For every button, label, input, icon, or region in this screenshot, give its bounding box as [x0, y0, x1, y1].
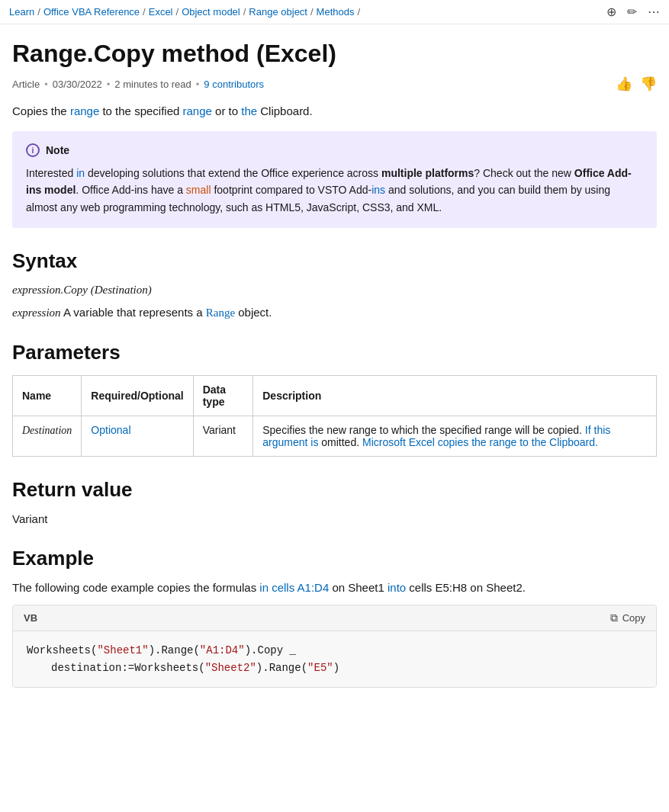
range-link[interactable]: Range [206, 307, 235, 319]
col-name: Name [13, 376, 82, 416]
example-link-into[interactable]: into [388, 581, 406, 594]
breadcrumb-icons: ⊕ ✏ ⋯ [606, 5, 660, 19]
param-description-cell: Specifies the new range to which the spe… [253, 416, 657, 457]
note-header: i Note [26, 143, 643, 157]
note-small-highlight: small [186, 184, 211, 196]
note-title: Note [46, 144, 69, 156]
breadcrumb-range-object[interactable]: Range object [249, 6, 307, 18]
breadcrumb-sep-1: / [37, 6, 40, 18]
code-block-wrapper: VB ⧉ Copy Worksheets("Sheet1").Range("A1… [12, 605, 657, 688]
col-datatype: Data type [193, 376, 253, 416]
meta-type: Article [12, 79, 40, 90]
syntax-expression: expression [12, 284, 61, 296]
parameters-heading: Parameters [12, 341, 657, 364]
param-datatype-cell: Variant [193, 416, 253, 457]
code-block-body: Worksheets("Sheet1").Range("A1:D4").Copy… [13, 631, 656, 687]
expression-end-text: object. [235, 306, 272, 319]
param-name: Destination [22, 425, 72, 436]
article-meta-right: 👍 👎 [616, 75, 657, 92]
expression-static-text: A variable that represents a [61, 306, 206, 319]
meta-dot-1: • [44, 79, 48, 90]
param-desc-link2[interactable]: Microsoft Excel copies the range to the … [362, 436, 598, 448]
article-meta: Article • 03/30/2022 • 2 minutes to read… [12, 75, 657, 92]
add-icon[interactable]: ⊕ [606, 5, 616, 19]
note-bold-2: Office Add-ins model [26, 167, 632, 196]
meta-dot-3: • [196, 79, 200, 90]
note-bold-1: multiple platforms [381, 167, 474, 179]
edit-icon[interactable]: ✏ [627, 5, 637, 19]
example-link-cells[interactable]: in cells A1:D4 [259, 581, 329, 594]
code-line-1: Worksheets("Sheet1").Range("A1:D4").Copy… [27, 644, 296, 656]
note-body: Interested in developing solutions that … [26, 165, 643, 216]
note-in-highlight: in [76, 167, 85, 179]
return-value-text: Variant [12, 512, 657, 525]
copy-icon: ⧉ [610, 611, 618, 624]
meta-read: 2 minutes to read [114, 79, 191, 90]
table-header-row: Name Required/Optional Data type Descrip… [13, 376, 657, 416]
breadcrumb-sep-2: / [143, 6, 146, 18]
code-string-4: "E5" [307, 662, 333, 674]
col-description: Description [253, 376, 657, 416]
breadcrumb-bar: Learn / Office VBA Reference / Excel / O… [0, 0, 669, 24]
desc-link-range1[interactable]: range [70, 104, 99, 117]
breadcrumb-sep-4: / [243, 6, 246, 18]
page-title: Range.Copy method (Excel) [12, 40, 657, 68]
col-required: Required/Optional [82, 376, 193, 416]
breadcrumb-excel[interactable]: Excel [149, 6, 173, 18]
desc-link-range2[interactable]: ran [183, 104, 200, 117]
syntax-heading: Syntax [12, 249, 657, 273]
code-string-2: "A1:D4" [200, 644, 245, 656]
code-block-header: VB ⧉ Copy [13, 605, 656, 631]
note-info-icon: i [26, 143, 40, 157]
expression-description: expression A variable that represents a … [12, 306, 657, 319]
contributors-link[interactable]: 9 contributors [204, 79, 264, 90]
note-ins-highlight: ins [371, 184, 385, 196]
breadcrumb-object-model[interactable]: Object model [182, 6, 240, 18]
example-heading: Example [12, 547, 657, 570]
expression-word: expression [12, 307, 61, 319]
example-description: The following code example copies the fo… [12, 581, 657, 594]
param-name-cell: Destination [13, 416, 82, 457]
thumbup-icon[interactable]: 👍 [616, 75, 632, 92]
syntax-param: Destination [95, 284, 148, 296]
breadcrumb-sep-3: / [176, 6, 179, 18]
breadcrumb-sep-5: / [310, 6, 314, 18]
return-value-heading: Return value [12, 478, 657, 502]
breadcrumb-sep-6: / [357, 6, 360, 18]
breadcrumb: Learn / Office VBA Reference / Excel / O… [9, 6, 360, 18]
note-box: i Note Interested in developing solution… [12, 131, 657, 228]
more-icon[interactable]: ⋯ [648, 5, 660, 19]
code-string-1: "Sheet1" [97, 644, 148, 656]
breadcrumb-vba-ref[interactable]: Office VBA Reference [43, 6, 140, 18]
parameters-table: Name Required/Optional Data type Descrip… [12, 375, 657, 457]
code-lang-label: VB [24, 612, 37, 624]
meta-date: 03/30/2022 [53, 79, 102, 90]
description: Copies the range to the specified range … [12, 104, 657, 117]
meta-dot-2: • [107, 79, 111, 90]
desc-link-the[interactable]: the [241, 104, 257, 117]
breadcrumb-methods[interactable]: Methods [317, 6, 355, 18]
article-meta-left: Article • 03/30/2022 • 2 minutes to read… [12, 79, 264, 90]
thumbdown-icon[interactable]: 👎 [640, 75, 657, 92]
copy-button[interactable]: ⧉ Copy [610, 611, 645, 624]
breadcrumb-learn[interactable]: Learn [9, 6, 34, 18]
param-required-cell: Optional [82, 416, 193, 457]
code-string-3: "Sheet2" [205, 662, 256, 674]
param-required-link[interactable]: Optional [91, 424, 130, 436]
main-content: Range.Copy method (Excel) Article • 03/3… [0, 24, 669, 718]
table-row: Destination Optional Variant Specifies t… [13, 416, 657, 457]
code-line-2: destination:=Worksheets("Sheet2").Range(… [27, 660, 642, 676]
copy-button-label: Copy [622, 612, 645, 624]
syntax-code: expression.Copy (Destination) [12, 284, 657, 297]
